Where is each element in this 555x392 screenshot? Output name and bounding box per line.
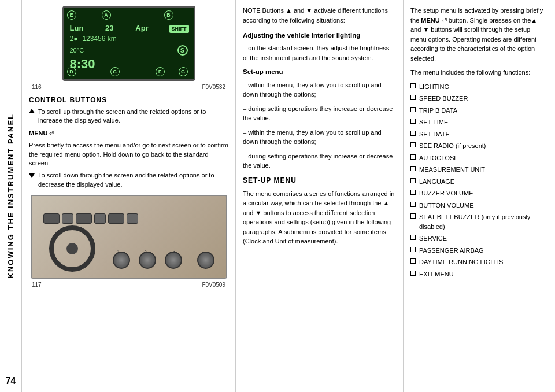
menu-item-speed-buzzer-label: SPEED BUZZER	[419, 94, 468, 103]
fig117-caption: 117 F0V0509	[29, 282, 228, 288]
menu-item-autoclose: AUTOCLOSE	[410, 153, 547, 163]
menu-item-autoclose-label: AUTOCLOSE	[419, 153, 458, 163]
fig117-code: F0V0509	[202, 282, 225, 288]
checkbox-set-time	[410, 119, 416, 124]
menu-item-button-volume: BUTTON VOLUME	[410, 201, 547, 210]
display-row2: 2● 123456 km	[70, 35, 188, 43]
shift-badge: SHIFT	[169, 25, 189, 33]
checkbox-measurement	[410, 166, 416, 171]
menu-item-seat-belt: SEAT BELT BUZZER (only if previously dis…	[410, 212, 547, 231]
fig116-code: F0V0532	[202, 84, 225, 90]
fig117-number: 117	[32, 282, 42, 288]
label-a: A	[102, 10, 111, 20]
note-prefix: NOTE Buttons	[243, 7, 286, 14]
triangle-up-icon	[29, 109, 35, 113]
label-f: F	[156, 67, 165, 76]
checkbox-lighting	[410, 83, 416, 88]
setup-menu-section-title: SET-UP MENU	[243, 175, 396, 186]
scroll-up-item: To scroll up through the screen and the …	[29, 108, 228, 125]
fig116-caption: 116 F0V0532	[29, 84, 228, 90]
checkbox-passenger-airbag	[410, 247, 416, 252]
menu-item: MENU ⏎	[29, 129, 228, 138]
display-month: Apr	[135, 24, 148, 32]
scroll-up-text: To scroll up through the screen and the …	[38, 108, 228, 125]
knob-labels: 1 2 3	[117, 249, 176, 254]
knob-label-1: 1	[117, 249, 120, 254]
menu-item-see-radio: SEE RADIO (if present)	[410, 141, 547, 151]
menu-item-measurement-label: MEASUREMENT UNIT	[419, 165, 485, 175]
menu-item-lighting: LIGHTING	[410, 82, 547, 92]
menu-item-passenger-airbag: PASSENGER AIRBAG	[410, 246, 547, 256]
menu-item-daytime: DAYTIME RUNNING LIGHTS	[410, 257, 547, 267]
steering-wheel	[49, 225, 95, 272]
control-buttons-title: CONTROL BUTTONS	[29, 96, 228, 104]
checkbox-trip-b	[410, 107, 416, 112]
menu-text: Press briefly to access the menu and/or …	[29, 141, 228, 168]
triangle-down-ref: ▼	[306, 7, 312, 14]
control-buttons-section: CONTROL BUTTONS To scroll up through the…	[29, 96, 228, 189]
menu-item-see-radio-label: SEE RADIO (if present)	[419, 141, 486, 151]
display-day: Lun	[70, 24, 84, 32]
menu-label: MENU	[29, 130, 47, 136]
menu-item-speed-buzzer: SPEED BUZZER	[410, 94, 547, 103]
menu-symbol: ⏎	[442, 17, 447, 24]
car-panel-image: 1 2 3	[31, 195, 227, 279]
menu-item-lighting-label: LIGHTING	[419, 82, 449, 92]
triangle-down-icon	[29, 173, 35, 178]
checkbox-seat-belt	[410, 213, 416, 219]
setup-menu-title: Set-up menu	[243, 67, 396, 77]
left-column: E A B D C F G Lun 23 Apr 2● 123456 km	[22, 0, 236, 392]
note-text: NOTE Buttons ▲ and ▼ activate different …	[243, 6, 396, 25]
checkbox-language	[410, 178, 416, 183]
instrument-display: E A B D C F G Lun 23 Apr 2● 123456 km	[62, 6, 195, 81]
menu-item-service: SERVICE	[410, 234, 547, 243]
knob-label-3: 3	[173, 249, 176, 254]
display-time: 8:30	[70, 57, 188, 72]
menu-list: LIGHTING SPEED BUZZER TRIP B DATA SET TI…	[410, 82, 547, 279]
label-b: B	[164, 10, 173, 20]
note-and: and	[294, 7, 306, 14]
menu-item-buzzer-volume-label: BUZZER VOLUME	[419, 188, 473, 198]
display-temp: 20°C	[70, 47, 84, 54]
menu-item-language: LANGUAGE	[410, 177, 547, 187]
label-g: G	[179, 67, 188, 76]
triangle-up-ref: ▲	[286, 7, 292, 14]
display-row3: 20°C S	[70, 45, 188, 56]
scroll-down-item: To scroll down through the screen and th…	[29, 171, 228, 189]
menu-bold: MENU	[421, 17, 439, 24]
checkbox-autoclose	[410, 154, 416, 160]
menu-arrow-icon: ⏎	[49, 130, 54, 136]
menu-item-set-time: SET TIME	[410, 117, 547, 127]
knob-4	[197, 252, 214, 269]
menu-item-seat-belt-label: SEAT BELT BUZZER (only if previously dis…	[419, 212, 547, 231]
sidebar: KNOWING THE INSTRUMENT PANEL 74	[0, 0, 22, 392]
checkbox-see-radio	[410, 142, 416, 147]
menu-item-set-date-label: SET DATE	[419, 130, 450, 139]
display-odometer: 123456 km	[82, 35, 116, 43]
dash-btn-4	[94, 213, 106, 224]
checkbox-buzzer-volume	[410, 190, 416, 195]
scroll-down-text: To scroll down through the screen and th…	[38, 171, 228, 189]
steering-wheel-area	[49, 225, 107, 272]
display-gear: 2●	[70, 35, 78, 43]
menu-item-language-label: LANGUAGE	[419, 177, 454, 187]
menu-item-button-volume-label: BUTTON VOLUME	[419, 201, 474, 210]
menu-item-exit-label: EXIT MENU	[419, 269, 454, 279]
checkbox-daytime	[410, 258, 416, 264]
setup-item-3: – within the menu, they allow you to scr…	[243, 128, 396, 147]
checkbox-button-volume	[410, 202, 416, 207]
middle-column: NOTE Buttons ▲ and ▼ activate different …	[236, 0, 404, 392]
setup-menu-body: The menu comprises a series of functions…	[243, 189, 396, 246]
knob-label-2: 2	[145, 249, 148, 254]
checkbox-exit	[410, 271, 416, 276]
display-s-circle: S	[177, 45, 188, 56]
dash-btn-1	[43, 213, 60, 224]
setup-item-4: – during setting operations they increas…	[243, 151, 396, 171]
adjusting-title: Adjusting the vehicle interior lighting	[243, 31, 396, 40]
menu-item-trip-b-label: TRIP B DATA	[419, 106, 457, 116]
label-e: E	[67, 10, 76, 20]
menu-item-exit: EXIT MENU	[410, 269, 547, 279]
setup-item-1: – within the menu, they allow you to scr…	[243, 80, 396, 99]
adjusting-text: – on the standard screen, they adjust th…	[243, 43, 396, 62]
setup-item-2: – during setting operations they increas…	[243, 104, 396, 123]
